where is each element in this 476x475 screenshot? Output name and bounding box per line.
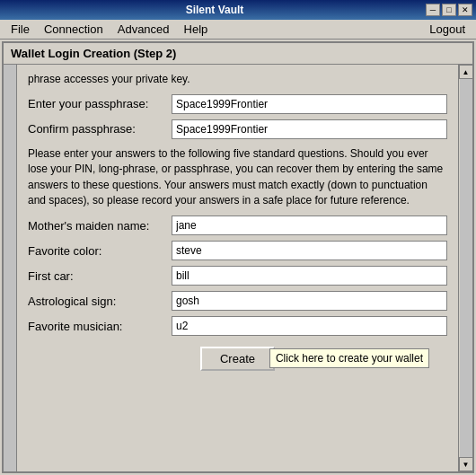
- question-label-4: Favorite musician:: [28, 320, 172, 333]
- left-border: [4, 65, 17, 471]
- create-button[interactable]: Create: [200, 347, 275, 371]
- question-input-0[interactable]: [172, 216, 447, 235]
- question-row-1: Favorite color:: [28, 241, 447, 260]
- passphrase-label: Enter your passphrase:: [28, 97, 172, 110]
- question-input-4[interactable]: [172, 316, 447, 336]
- app-title: Silent Vault: [4, 4, 426, 16]
- scroll-down-button[interactable]: ▼: [459, 457, 473, 471]
- question-row-0: Mother's maiden name:: [28, 216, 447, 235]
- menu-help[interactable]: Help: [177, 21, 216, 38]
- create-tooltip: Click here to create your wallet: [269, 348, 429, 368]
- description-block: Please enter your answers to the followi…: [28, 146, 447, 209]
- passphrase-input[interactable]: [172, 94, 447, 114]
- confirm-row: Confirm passphrase:: [28, 119, 447, 139]
- menu-logout[interactable]: Logout: [422, 21, 472, 38]
- minimize-button[interactable]: ─: [426, 4, 440, 16]
- question-row-4: Favorite musician:: [28, 316, 447, 336]
- scroll-bar: ▲ ▼: [458, 65, 472, 471]
- menu-connection[interactable]: Connection: [37, 21, 110, 38]
- step-title: Wallet Login Creation (Step 2): [4, 43, 472, 65]
- form-area: phrase accesses your private key. Enter …: [17, 65, 458, 471]
- question-input-2[interactable]: [172, 266, 447, 286]
- confirm-input[interactable]: [172, 119, 447, 139]
- question-row-2: First car:: [28, 266, 447, 286]
- window-controls: ─ □ ✕: [426, 4, 472, 16]
- close-button[interactable]: ✕: [458, 4, 472, 16]
- maximize-button[interactable]: □: [442, 4, 456, 16]
- menu-file[interactable]: File: [4, 21, 37, 38]
- question-label-2: First car:: [28, 269, 172, 283]
- menu-bar: File Connection Advanced Help Logout: [0, 20, 476, 40]
- question-input-3[interactable]: [172, 291, 447, 311]
- question-input-1[interactable]: [172, 241, 447, 260]
- scroll-up-button[interactable]: ▲: [459, 65, 473, 79]
- content-area: phrase accesses your private key. Enter …: [4, 65, 472, 471]
- confirm-label: Confirm passphrase:: [28, 122, 172, 136]
- question-label-3: Astrological sign:: [28, 295, 172, 308]
- menu-advanced[interactable]: Advanced: [110, 21, 177, 38]
- main-window: Wallet Login Creation (Step 2) phrase ac…: [2, 41, 474, 473]
- question-label-1: Favorite color:: [28, 244, 172, 258]
- question-row-3: Astrological sign:: [28, 291, 447, 311]
- passphrase-row: Enter your passphrase:: [28, 94, 447, 114]
- question-label-0: Mother's maiden name:: [28, 219, 172, 233]
- title-bar: Silent Vault ─ □ ✕: [0, 0, 476, 20]
- button-area: Create Click here to create your wallet: [28, 341, 447, 376]
- scroll-track[interactable]: [460, 79, 472, 457]
- info-text: phrase accesses your private key.: [28, 72, 447, 87]
